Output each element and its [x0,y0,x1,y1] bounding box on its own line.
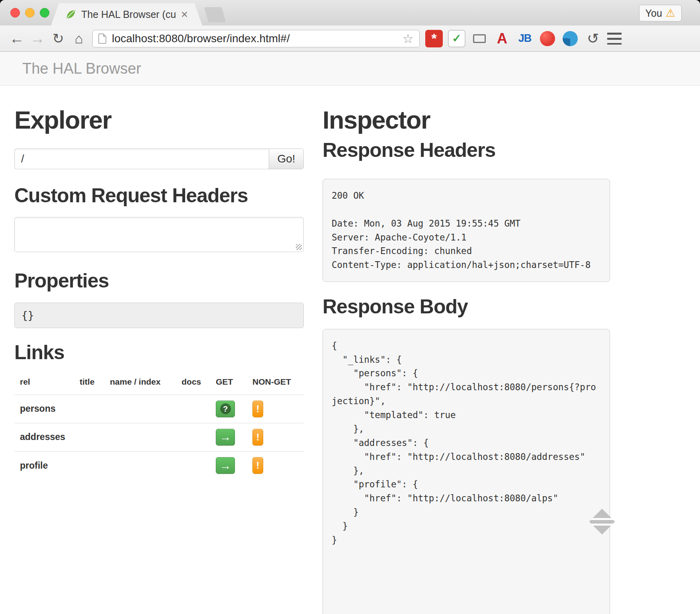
non-get-button[interactable]: ! [252,457,263,474]
exclamation-icon: ! [256,461,260,470]
page-icon [98,33,106,44]
response-headers-box: 200 OK Date: Mon, 03 Aug 2015 19:55:45 G… [323,179,610,282]
site-title: The HAL Browser [22,60,141,77]
get-button[interactable]: → [216,429,235,446]
spring-leaf-favicon-icon [65,9,76,20]
zoom-window-button[interactable] [40,8,49,18]
resize-grip-icon[interactable] [296,244,302,250]
warning-icon: ⚠ [666,8,675,19]
minimize-window-button[interactable] [25,8,35,18]
explorer-form: Go! [14,149,304,169]
column-header-title: title [74,370,104,395]
response-headers-heading: Response Headers [323,139,610,162]
browser-toolbar: ← → ↻ ⌂ localhost:8080/browser/index.htm… [0,25,700,52]
custom-headers-textarea[interactable] [14,217,304,252]
extension-icon-red-asterisk[interactable]: * [425,30,443,47]
extension-icon-green-check[interactable]: ✓ [448,30,465,47]
non-get-button[interactable]: ! [252,429,263,446]
column-header-docs: docs [176,370,210,395]
response-body-box: { "_links": { "persons": { "href": "http… [323,329,610,614]
explorer-heading: Explorer [14,106,304,134]
browser-window: The HAL Browser (customiz × You ⚠ ← → ↻ … [0,0,700,614]
links-heading: Links [14,341,304,364]
site-header: The HAL Browser [0,52,700,86]
extension-icon-jb[interactable]: JB [516,30,534,47]
extension-icon-red-circle[interactable] [539,30,556,47]
go-button[interactable]: Go! [269,149,304,169]
table-row: profile → ! [14,451,304,479]
window-controls [10,8,49,18]
new-tab-button[interactable] [204,7,226,22]
history-icon[interactable]: ↺ [584,30,602,47]
page-content: The HAL Browser Explorer Go! Custom Requ… [0,52,700,614]
chrome-menu-button[interactable] [607,33,622,45]
tab-close-icon[interactable]: × [181,8,188,20]
column-header-get: GET [210,370,247,395]
properties-heading: Properties [14,270,304,293]
links-table: rel title name / index docs GET NON-GET … [14,370,304,480]
url-text[interactable]: localhost:8080/browser/index.html#/ [112,32,397,45]
inspector-heading: Inspector [323,106,610,134]
link-rel: persons [14,395,74,423]
cast-screen-shape [473,34,486,43]
column-header-rel: rel [14,370,74,395]
tab-strip: The HAL Browser (customiz × You ⚠ [0,0,700,25]
profile-label: You [645,8,662,19]
extension-icon-red-a[interactable]: A [493,30,511,47]
column-header-non-get: NON-GET [247,370,304,395]
profile-button[interactable]: You ⚠ [639,5,682,22]
non-get-button[interactable]: ! [252,401,263,417]
cast-icon[interactable] [471,30,488,47]
get-button[interactable]: → [216,457,235,474]
reload-button[interactable]: ↻ [48,31,68,45]
back-button[interactable]: ← [6,31,27,46]
link-rel: profile [14,451,74,479]
properties-value: {} [14,303,304,328]
arrow-right-icon: → [220,431,231,443]
inspector-panel: Inspector Response Headers 200 OK Date: … [323,86,610,614]
close-window-button[interactable] [10,8,20,18]
extensions-row: * ✓ A JB ↺ [425,30,602,47]
tab-title: The HAL Browser (customiz [81,9,176,20]
exclamation-icon: ! [256,432,260,442]
address-bar[interactable]: localhost:8080/browser/index.html#/ ☆ [92,30,420,47]
explorer-panel: Explorer Go! Custom Request Headers Prop… [14,86,304,479]
arrow-right-icon: → [220,460,231,471]
forward-button[interactable]: → [27,31,48,46]
get-button[interactable]: ? [216,401,235,417]
home-button[interactable]: ⌂ [68,31,89,45]
table-row: persons ? ! [14,395,304,423]
browser-tab[interactable]: The HAL Browser (customiz × [51,3,202,25]
column-header-name: name / index [104,370,176,395]
link-rel: addresses [14,423,74,451]
extension-icon-blue-circle[interactable] [561,30,579,47]
response-body-heading: Response Body [323,295,610,319]
question-sign-icon: ? [220,403,231,414]
bookmark-star-icon[interactable]: ☆ [402,32,414,45]
path-input[interactable] [14,149,269,169]
exclamation-icon: ! [256,404,260,414]
table-row: addresses → ! [14,423,304,451]
custom-headers-heading: Custom Request Headers [14,184,304,207]
